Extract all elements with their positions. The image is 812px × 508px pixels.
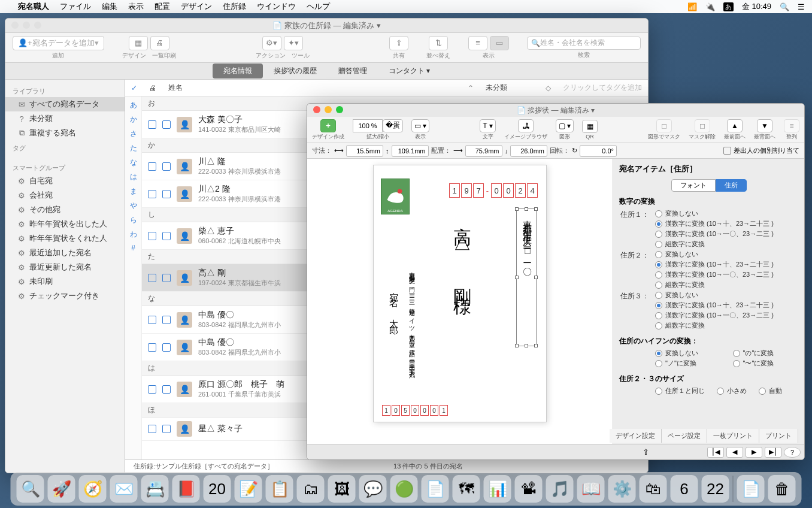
menu-window[interactable]: ウインドウ [257, 1, 296, 12]
dock-item[interactable]: 📕 [172, 475, 200, 503]
text-button[interactable]: T ▾ [480, 119, 495, 132]
kana-item[interactable]: ま [130, 186, 137, 196]
kana-item[interactable]: な [130, 158, 137, 168]
kana-index[interactable]: あかさたなはまやらわ# [125, 96, 142, 459]
check1[interactable] [148, 316, 156, 324]
titlebar[interactable]: 📄 挨拶状 — 編集済み ▾ [307, 104, 804, 117]
view-detail-button[interactable]: ▭ [490, 36, 509, 50]
kana-item[interactable]: や [130, 201, 137, 211]
stamp[interactable] [381, 179, 410, 214]
sender-address[interactable]: 東京都港区虎ノ門 一ー二ー三 鶯達ハイツ九十八ー一号室 電話 〇三ー一二三四ー五… [406, 267, 417, 369]
recipient-zip[interactable]: 197-0024 [449, 183, 538, 198]
size-opt[interactable]: 自動 [759, 386, 782, 395]
spotlight-icon[interactable]: 🔍 [780, 2, 789, 11]
dock-item[interactable]: 🔍 [17, 475, 44, 503]
window-controls[interactable] [313, 106, 343, 113]
dock-item[interactable]: 💬 [359, 475, 387, 503]
col-tag[interactable]: 未分類 [486, 83, 534, 93]
tab-single-print[interactable]: 一枚プリント [707, 429, 759, 443]
dock-item[interactable]: 📄 [422, 475, 449, 503]
tab-history[interactable]: 挨拶状の履歴 [263, 64, 328, 78]
sidebar-item[interactable]: ✉すべての宛名データ [5, 97, 125, 111]
sidebar-smart-item[interactable]: ⚙最近追加した宛名 [5, 246, 125, 260]
canvas[interactable]: 197-0024 東京都福生市牛浜△ー□ー〇 高△ 剛様 東京都港区虎ノ門 一ー… [307, 159, 613, 459]
convert-opt[interactable]: 漢数字に変換 (10→一〇、23→二三 ) [655, 311, 774, 320]
col-name[interactable]: 姓名 [168, 83, 456, 93]
check2[interactable] [162, 232, 171, 240]
convert-opt[interactable]: 漢数字に変換 (10→十、23→二十三 ) [655, 219, 774, 228]
nav-last[interactable]: ▶⎮ [765, 447, 781, 458]
sidebar-smart-item[interactable]: ⚙会社宛 [5, 188, 125, 202]
sidebar-smart-item[interactable]: ⚙最近更新した宛名 [5, 260, 125, 274]
kana-item[interactable]: さ [130, 129, 137, 139]
sender-override-check[interactable] [723, 147, 731, 155]
add-button[interactable]: 👤+ 宛名データを追加 ▾ [13, 36, 104, 50]
sidebar-smart-item[interactable]: ⚙自宅宛 [5, 174, 125, 188]
kana-item[interactable]: # [131, 244, 135, 252]
menu-design[interactable]: デザイン [181, 1, 212, 12]
rotate-input[interactable] [580, 145, 617, 157]
convert-opt[interactable]: 変換しない [655, 291, 774, 300]
dock-item[interactable]: 📊 [484, 475, 511, 503]
dock-item[interactable]: 📇 [141, 475, 169, 503]
sort-button[interactable]: ⇅ [429, 36, 448, 50]
close-icon[interactable] [313, 106, 320, 113]
sidebar-item[interactable]: ?未分類 [5, 111, 125, 126]
tab-design-settings[interactable]: デザイン設定 [610, 429, 662, 443]
check2[interactable] [162, 274, 171, 282]
dock-item[interactable]: 🎵 [546, 475, 574, 503]
tab-font[interactable]: フォント [671, 179, 716, 192]
hyphen-opt[interactable]: 変換しない [655, 349, 721, 358]
dock-item[interactable]: 📝 [235, 475, 262, 503]
convert-opt[interactable]: 漢数字に変換 (10→一〇、23→二三 ) [655, 270, 774, 279]
kana-item[interactable]: ら [130, 215, 137, 225]
hyphen-opt[interactable]: "〜"に変換 [733, 359, 799, 368]
sidebar-item[interactable]: ⧉重複する宛名 [5, 126, 125, 140]
convert-opt[interactable]: 漢数字に変換 (10→十、23→二十三 ) [655, 260, 774, 269]
convert-opt[interactable]: 組数字に変換 [655, 321, 774, 330]
dock-item[interactable]: 📖 [577, 475, 605, 503]
create-button[interactable]: ＋ [320, 119, 336, 132]
titlebar[interactable]: 📄 家族の住所録 — 編集済み ▾ [5, 19, 648, 33]
print-button[interactable]: 🖨 [150, 36, 169, 50]
help-button[interactable]: ? [784, 447, 801, 458]
sender-zip[interactable]: 1050001 [382, 405, 448, 416]
recipient-name[interactable]: 高△ 剛様 [450, 213, 474, 291]
check2[interactable] [162, 316, 171, 324]
nav-next[interactable]: ▶ [746, 447, 762, 458]
back-button[interactable]: ▼ [757, 119, 772, 132]
convert-opt[interactable]: 漢数字に変換 (10→一〇、23→二三 ) [655, 229, 774, 238]
menu-addressbook[interactable]: 住所録 [223, 1, 246, 12]
dock-item[interactable]: 📄 [737, 475, 765, 503]
window-controls[interactable] [11, 22, 41, 29]
convert-opt[interactable]: 組数字に変換 [655, 240, 774, 249]
kana-item[interactable]: わ [130, 229, 137, 240]
tag-placeholder[interactable]: クリックしてタグを追加 [563, 83, 642, 93]
minimize-icon[interactable] [23, 22, 30, 29]
zoom-stepper[interactable]: �蛋 [383, 119, 403, 132]
clock[interactable]: 金 10:49 [742, 1, 771, 12]
view-button[interactable]: ▭ ▾ [411, 119, 429, 132]
dock-item[interactable]: 🗂 [297, 475, 325, 503]
dock-item[interactable]: 22 [702, 475, 729, 503]
dock-item[interactable]: 🛍 [640, 475, 667, 503]
front-button[interactable]: ▲ [727, 119, 743, 132]
tool-button[interactable]: ✦▾ [284, 36, 303, 50]
check2[interactable] [162, 425, 171, 433]
kana-item[interactable]: か [130, 114, 137, 125]
check1[interactable] [148, 343, 156, 352]
menu-arrange[interactable]: 配置 [154, 1, 170, 12]
check2[interactable] [162, 190, 171, 198]
unmask-button[interactable]: ◻ [695, 119, 710, 132]
convert-opt[interactable]: 漢数字に変換 (10→十、23→二十三 ) [655, 301, 774, 310]
zoom-icon[interactable] [336, 106, 343, 113]
sidebar-smart-item[interactable]: ⚙昨年年賀状を出した人 [5, 217, 125, 231]
dock-item[interactable]: 📽 [515, 475, 543, 503]
notification-icon[interactable]: ☰ [798, 2, 805, 11]
align-button[interactable]: ≡ [784, 119, 799, 132]
share-button[interactable]: ⇪ [389, 36, 408, 50]
dock-item[interactable]: 🟢 [390, 475, 418, 503]
sidebar-smart-item[interactable]: ⚙その他宛 [5, 202, 125, 217]
nav-prev[interactable]: ◀ [726, 447, 743, 458]
kana-item[interactable]: あ [130, 100, 137, 110]
